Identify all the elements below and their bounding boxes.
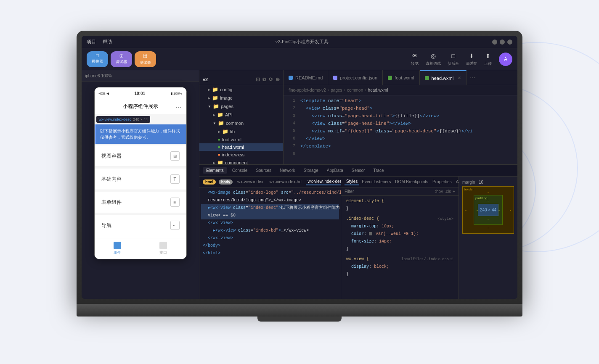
folder-icon: 📁 bbox=[222, 129, 228, 135]
tree-item-pages[interactable]: ▼ 📁 pages bbox=[199, 102, 283, 111]
tree-item-head-wxml[interactable]: ■ head.wxml bbox=[199, 143, 283, 151]
editor-tab-project-config[interactable]: project.config.json bbox=[328, 70, 383, 85]
breadcrumb-sep-2: › bbox=[344, 88, 345, 92]
filetree-icon-3[interactable]: ⟳ bbox=[269, 76, 273, 82]
menu-help[interactable]: 帮助 bbox=[103, 39, 112, 45]
phone-bottom-tabs: ⊞ 组件 接口 bbox=[95, 238, 186, 259]
element-tab-html[interactable]: html bbox=[203, 179, 216, 185]
user-avatar[interactable]: A bbox=[499, 53, 512, 66]
element-tab-body[interactable]: body bbox=[219, 179, 233, 185]
filetree-icon-2[interactable]: ⧉ bbox=[262, 76, 266, 82]
win-maximize[interactable] bbox=[500, 40, 505, 45]
list-item-label: 基础内容 bbox=[101, 176, 122, 183]
styles-tab-styles[interactable]: Styles bbox=[345, 178, 359, 185]
tab-close-icon[interactable]: ✕ bbox=[458, 76, 461, 80]
tree-item-foot-wxml[interactable]: ■ foot.wxml bbox=[199, 136, 283, 143]
styles-tab-properties[interactable]: Properties bbox=[431, 179, 453, 185]
toolbar-upload[interactable]: ⬆ 上传 bbox=[484, 52, 492, 66]
margin-left-val: - bbox=[465, 208, 466, 212]
list-item-icon: T bbox=[170, 174, 180, 184]
padding-bottom-val: - bbox=[477, 216, 500, 222]
tree-item-index-wxss[interactable]: ■ index.wxss bbox=[199, 151, 283, 158]
tree-item-component[interactable]: ▶ 📁 component bbox=[199, 158, 283, 164]
device-debug-icon: ◎ bbox=[429, 52, 437, 60]
toolbar-background[interactable]: □ 切后台 bbox=[448, 52, 459, 66]
styles-pseudo-button[interactable]: :hov bbox=[435, 189, 443, 194]
win-close[interactable] bbox=[507, 40, 512, 45]
toolbar-tab-test[interactable]: 出 测试套 bbox=[135, 51, 156, 67]
menu-project[interactable]: 项目 bbox=[87, 39, 96, 45]
code-text: <view class="page-head"> bbox=[300, 105, 373, 112]
padding-row: - 240 × 44 - bbox=[477, 204, 500, 216]
devtools-tab-network[interactable]: Network bbox=[276, 167, 299, 174]
phone-titlebar: 小程序组件展示 ··· bbox=[95, 99, 186, 114]
phone-tab-api[interactable]: 接口 bbox=[140, 238, 186, 259]
tab-more-icon[interactable]: ⋯ bbox=[466, 74, 479, 81]
list-item-form[interactable]: 表单组件 ≡ bbox=[95, 192, 186, 213]
phone-tab-component[interactable]: ⊞ 组件 bbox=[95, 238, 140, 259]
laptop-foot bbox=[257, 317, 342, 322]
win-minimize[interactable] bbox=[492, 40, 497, 45]
app-screen: 项目 帮助 v2-FinClip小程序开发工具 □ 模拟器 bbox=[82, 36, 517, 299]
toolbar-preview[interactable]: 👁 预览 bbox=[411, 52, 419, 66]
styles-cls-button[interactable]: .cls bbox=[445, 189, 451, 194]
dom-line-6: ▶<wx-view class="index-bd">_</wx-view> bbox=[201, 227, 339, 235]
tree-item-label: image bbox=[220, 95, 233, 100]
element-tab-wx-index-hd[interactable]: wx-view.index-hd bbox=[268, 179, 303, 185]
styles-source-link[interactable]: localfile:/.index.css:2 bbox=[401, 256, 453, 263]
toolbar-device-debug[interactable]: ◎ 真机调试 bbox=[426, 52, 441, 66]
list-item-nav[interactable]: 导航 ··· bbox=[95, 215, 186, 236]
tab-foot-label: foot.wxml bbox=[395, 75, 414, 80]
devtools-tab-console[interactable]: Console bbox=[229, 167, 251, 174]
devtools-tab-storage[interactable]: Storage bbox=[300, 167, 322, 174]
tab-readme-label: README.md bbox=[295, 75, 323, 80]
simulator-icon: □ bbox=[96, 53, 99, 58]
editor-tab-readme[interactable]: README.md bbox=[284, 70, 328, 85]
list-item-basic-content[interactable]: 基础内容 T bbox=[95, 169, 186, 190]
code-lines: 1 <template name="head"> 2 <view class="… bbox=[284, 95, 517, 164]
editor-tab-foot-wxml[interactable]: foot.wxml bbox=[383, 70, 419, 85]
editor-tab-head-wxml[interactable]: head.wxml ✕ bbox=[420, 70, 467, 85]
element-tabs: html body wx-view.index wx-view.index-hd… bbox=[199, 177, 341, 187]
arrow-icon: ▶ bbox=[218, 130, 220, 134]
toolbar-tab-debugger[interactable]: ◎ 调试器 bbox=[111, 51, 132, 67]
devtools-tab-sources[interactable]: Sources bbox=[252, 167, 275, 174]
styles-selector: wx-view { bbox=[346, 257, 369, 261]
element-tab-wx-index[interactable]: wx-view.index bbox=[236, 179, 265, 185]
devtools-tab-trace[interactable]: Trace bbox=[370, 167, 387, 174]
tree-item-config[interactable]: ▶ 📁 config bbox=[199, 85, 283, 94]
laptop-shell: 项目 帮助 v2-FinClip小程序开发工具 □ 模拟器 bbox=[77, 31, 522, 333]
line-number: 4 bbox=[287, 120, 295, 127]
line-number: 6 bbox=[287, 135, 295, 142]
simulator-panel: iphone6 100% ▪IDE ◀ 10:01 ▮ 100% bbox=[82, 70, 199, 299]
devtools-tab-appdata[interactable]: AppData bbox=[323, 167, 347, 174]
styles-tab-event-listeners[interactable]: Event Listeners bbox=[360, 179, 392, 185]
dom-line-3[interactable]: ▶<wx-view class="index-desc">以下将展示小程序官方组… bbox=[201, 204, 339, 212]
dom-line-5: </wx-view> bbox=[201, 219, 339, 227]
phone-menu-dots[interactable]: ··· bbox=[176, 103, 182, 110]
list-item-view-container[interactable]: 视图容器 ⊞ bbox=[95, 145, 186, 167]
tab-project-config-label: project.config.json bbox=[340, 75, 377, 80]
dom-line-1: <wx-image class="index-logo" src="../res… bbox=[201, 189, 339, 197]
styles-tab-dom-breakpoints[interactable]: DOM Breakpoints bbox=[393, 179, 430, 185]
styles-filter-input[interactable] bbox=[345, 189, 433, 194]
element-tab-wx-index-desc[interactable]: wx-view.index-desc bbox=[306, 178, 341, 185]
filetree-icon-4[interactable]: ⊕ bbox=[276, 76, 280, 82]
tree-item-lib[interactable]: ▶ 📁 lib bbox=[199, 127, 283, 136]
tree-item-image[interactable]: ▶ 📁 image bbox=[199, 94, 283, 102]
toolbar-tab-simulator[interactable]: □ 模拟器 bbox=[87, 51, 108, 67]
styles-line: element.style { bbox=[343, 198, 457, 205]
tree-item-label: common bbox=[226, 121, 244, 126]
styles-source-link[interactable]: <style> bbox=[437, 216, 453, 222]
dom-line-2: resources/kind/logo.png">_</wx-image> bbox=[201, 197, 339, 204]
filetree-icon-1[interactable]: ⊡ bbox=[256, 76, 260, 82]
breadcrumb-common: common bbox=[347, 88, 363, 92]
toolbar-clear-cache[interactable]: ⬇ 清缓存 bbox=[466, 52, 477, 66]
devtools-tab-sensor[interactable]: Sensor bbox=[348, 167, 368, 174]
devtools-tab-elements[interactable]: Elements bbox=[203, 167, 227, 174]
styles-prop: font-size bbox=[351, 239, 374, 244]
styles-wx-view-rule: wx-view { localfile:/.index.css:2 displa… bbox=[343, 256, 457, 278]
styles-add-button[interactable]: + bbox=[453, 189, 455, 194]
tree-item-common[interactable]: ▼ 📁 common bbox=[199, 119, 283, 127]
tree-item-api[interactable]: ▶ 📁 API bbox=[199, 111, 283, 119]
